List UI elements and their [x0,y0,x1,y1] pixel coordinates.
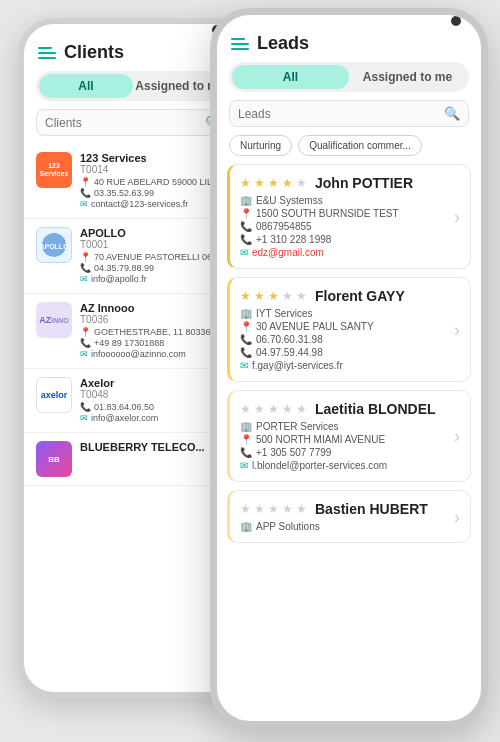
location-icon: 📍 [240,321,252,332]
lead-card[interactable]: ★ ★ ★ ★ ★ Bastien HUBERT 🏢 APP Solutions [227,490,471,543]
lead-name: Florent GAYY [315,288,405,304]
phone-icon: 📞 [240,221,252,232]
star-4: ★ [282,503,295,516]
lead-address: 📍 1500 SOUTH BURNSIDE TEST [240,208,460,219]
clients-toggle-bar: All Assigned to me [36,71,230,101]
leads-assigned-tab[interactable]: Assigned to me [349,65,466,89]
client-info: Axelor T0048 📞 01.83.64.06.50 ✉ info@axe… [80,377,230,424]
leads-topbar [217,15,481,27]
client-email: ✉ info@axelor.com [80,413,230,423]
lead-phone1: 📞 0867954855 [240,221,460,232]
client-code: T0001 [80,239,230,250]
lead-stars: ★ ★ ★ ★ ★ [240,503,309,516]
email-icon: ✉ [240,247,248,258]
clients-search-input[interactable] [45,116,205,130]
client-info: APOLLO T0001 📍 70 AVENUE PASTORELLI 0600… [80,227,230,285]
location-icon: 📍 [80,252,91,262]
leads-filter-pills: Nurturing Qualification commer... [229,135,469,156]
client-phone: 📞 +49 89 17301888 [80,338,230,348]
leads-list: ★ ★ ★ ★ ★ John POTTIER 🏢 E&U Systemss 📍 … [217,164,481,721]
svg-text:APOLLO: APOLLO [39,243,69,250]
client-logo: APOLLO [36,227,72,263]
star-3: ★ [268,403,281,416]
client-logo: axelor [36,377,72,413]
lead-stars: ★ ★ ★ ★ ★ [240,403,309,416]
location-icon: 📍 [240,208,252,219]
lead-card[interactable]: ★ ★ ★ ★ ★ Florent GAYY 🏢 IYT Services 📍 … [227,277,471,382]
clients-all-tab[interactable]: All [39,74,133,98]
star-4: ★ [282,403,295,416]
leads-search-icon: 🔍 [444,106,460,121]
lead-email: ✉ f.gay@iyt-services.fr [240,360,460,371]
email-icon: ✉ [80,349,88,359]
building-icon: 🏢 [240,195,252,206]
location-icon: 📍 [240,434,252,445]
filter-nurturing[interactable]: Nurturing [229,135,292,156]
lead-phone2: 📞 +1 310 228 1998 [240,234,460,245]
leads-search-bar: 🔍 [229,100,469,127]
hamburger-icon[interactable] [38,47,56,59]
lead-name: John POTTIER [315,175,413,191]
client-phone: 📞 01.83.64.06.50 [80,402,230,412]
email-icon: ✉ [240,360,248,371]
lead-header: ★ ★ ★ ★ ★ Bastien HUBERT [240,501,460,517]
leads-all-tab[interactable]: All [232,65,349,89]
star-2: ★ [254,177,267,190]
client-code: T0048 [80,389,230,400]
client-name: APOLLO [80,227,230,239]
clients-topbar [24,24,242,36]
client-phone: 📞 03.35.52.63.99 [80,188,230,198]
star-4: ★ [282,290,295,303]
leads-header: Leads [217,27,481,58]
lead-stars: ★ ★ ★ ★ ★ [240,290,309,303]
leads-search-input[interactable] [238,107,444,121]
star-4: ★ [282,177,295,190]
star-2: ★ [254,403,267,416]
phone-icon: 📞 [80,188,91,198]
lead-phone1: 📞 +1 305 507 7799 [240,447,460,458]
phone-icon: 📞 [80,263,91,273]
star-5: ★ [296,503,309,516]
building-icon: 🏢 [240,308,252,319]
leads-title: Leads [257,33,467,54]
client-address: 📍 40 RUE ABELARD 59000 LILLE [80,177,230,187]
client-info: BLUEBERRY TELECO... [80,441,230,453]
clients-search-bar: 🔍 [36,109,230,136]
phone-icon: 📞 [240,334,252,345]
lead-email: ✉ edz@gmail.com [240,247,460,258]
client-info: AZ Innooo T0036 📍 GOETHESTRABE, 11 80336… [80,302,230,360]
lead-address: 📍 30 AVENUE PAUL SANTY [240,321,460,332]
location-icon: 📍 [80,327,91,337]
lead-company: 🏢 APP Solutions [240,521,460,532]
client-phone: 📞 04.35.79.88.99 [80,263,230,273]
clients-title: Clients [64,42,228,63]
client-email: ✉ info@apollo.fr [80,274,230,284]
client-email: ✉ infoooooo@azinno.com [80,349,230,359]
client-name: Axelor [80,377,230,389]
phone-icon: 📞 [240,447,252,458]
location-icon: 📍 [80,177,91,187]
phone-icon: 📞 [80,338,91,348]
lead-company: 🏢 IYT Services [240,308,460,319]
leads-hamburger-icon[interactable] [231,38,249,50]
lead-address: 📍 500 NORTH MIAMI AVENUE [240,434,460,445]
filter-qualification[interactable]: Qualification commer... [298,135,422,156]
lead-header: ★ ★ ★ ★ ★ Florent GAYY [240,288,460,304]
client-logo: AZINNO [36,302,72,338]
lead-name: Laetitia BLONDEL [315,401,436,417]
lead-header: ★ ★ ★ ★ ★ John POTTIER [240,175,460,191]
star-1: ★ [240,290,253,303]
lead-stars: ★ ★ ★ ★ ★ [240,177,309,190]
leads-phone: Leads All Assigned to me 🔍 Nurturing Qua… [210,8,488,728]
client-address: 📍 GOETHESTRABE, 11 80336 MUN... [80,327,230,337]
client-info: 123 Services T0014 📍 40 RUE ABELARD 5900… [80,152,230,210]
client-name: AZ Innooo [80,302,230,314]
phone-icon-2: 📞 [240,234,252,245]
client-code: T0036 [80,314,230,325]
star-3: ★ [268,503,281,516]
lead-card[interactable]: ★ ★ ★ ★ ★ John POTTIER 🏢 E&U Systemss 📍 … [227,164,471,269]
star-3: ★ [268,290,281,303]
client-name: BLUEBERRY TELECO... [80,441,230,453]
phone-icon-2: 📞 [240,347,252,358]
lead-card[interactable]: ★ ★ ★ ★ ★ Laetitia BLONDEL 🏢 PORTER Serv… [227,390,471,482]
